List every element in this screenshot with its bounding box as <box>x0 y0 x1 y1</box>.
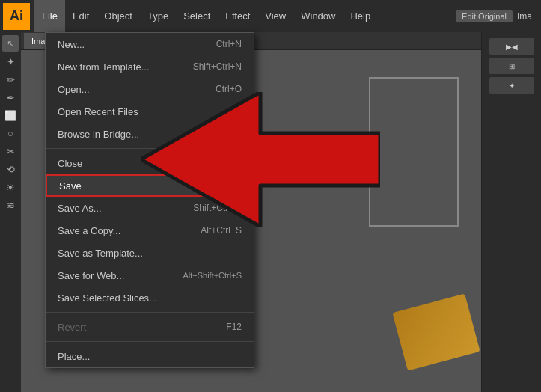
dropdown-label-save-template: Save as Template... <box>58 248 143 259</box>
dropdown-item-save-web[interactable]: Save for Web... Alt+Shift+Ctrl+S <box>46 264 254 287</box>
tool-mesh[interactable]: ≋ <box>2 197 19 213</box>
dropdown-shortcut-save-copy: Alt+Ctrl+S <box>201 225 242 236</box>
dropdown-item-open[interactable]: Open... Ctrl+O <box>46 78 254 100</box>
dropdown-item-open-recent[interactable]: Open Recent Files ▶ <box>46 100 254 123</box>
dropdown-label-browse: Browse in Bridge... <box>58 129 139 140</box>
arrow-icon: ▶ <box>234 106 242 117</box>
menu-window[interactable]: Window <box>293 0 343 32</box>
dropdown-shortcut-save: Ctrl+S <box>215 180 240 191</box>
right-panel: ▶◀ ⊞ ✦ <box>481 32 541 392</box>
dropdown-item-revert[interactable]: Revert F12 <box>46 316 254 338</box>
menu-select[interactable]: Select <box>176 0 218 32</box>
dropdown-shortcut-new: Ctrl+N <box>216 39 242 49</box>
right-panel-btn-1[interactable]: ▶◀ <box>489 38 534 55</box>
dropdown-label-save-copy: Save a Copy... <box>58 225 120 236</box>
dropdown-shortcut-revert: F12 <box>226 322 242 332</box>
menu-view[interactable]: View <box>257 0 293 32</box>
dropdown-shortcut-close: Ctrl+W <box>214 158 242 168</box>
dropdown-item-save-slices[interactable]: Save Selected Slices... <box>46 287 254 309</box>
dropdown-label-save-web: Save for Web... <box>58 270 124 281</box>
dropdown-label-new-template: New from Template... <box>58 61 150 73</box>
menu-effect[interactable]: Effect <box>218 0 257 32</box>
menu-file[interactable]: File <box>34 0 65 32</box>
left-toolbar: ↖ ✦ ✏ ✒ ⬜ ○ ✂ ⟲ ☀ ≋ <box>0 32 21 392</box>
ima-label: Ima <box>517 11 532 22</box>
menu-type[interactable]: Type <box>140 0 176 32</box>
tool-pencil[interactable]: ✒ <box>2 89 19 105</box>
dropdown-label-open: Open... <box>58 84 90 95</box>
dropdown-item-new[interactable]: New... Ctrl+N <box>46 33 254 55</box>
dropdown-label-save-slices: Save Selected Slices... <box>58 293 157 304</box>
divider-2 <box>46 312 254 313</box>
menu-bar: Ai File Edit Object Type Select Effect V… <box>0 0 541 32</box>
deco-element <box>392 293 480 370</box>
tool-rect[interactable]: ⬜ <box>2 107 19 123</box>
dropdown-item-new-template[interactable]: New from Template... Shift+Ctrl+N <box>46 55 254 78</box>
tool-direct[interactable]: ✦ <box>2 53 19 70</box>
dropdown-item-save-template[interactable]: Save as Template... <box>46 242 254 264</box>
menu-edit[interactable]: Edit <box>65 0 97 32</box>
dropdown-item-place[interactable]: Place... <box>46 345 254 367</box>
menu-object[interactable]: Object <box>97 0 140 32</box>
dropdown-item-save-as[interactable]: Save As... Shift+Ctrl+S <box>46 197 254 219</box>
edit-original-btn[interactable]: Edit Original <box>456 10 513 22</box>
tool-scissors[interactable]: ✂ <box>2 143 19 159</box>
dropdown-shortcut-browse: Alt+Ctrl+O <box>200 129 242 139</box>
tool-blend[interactable]: ☀ <box>2 179 19 195</box>
divider-3 <box>46 341 254 342</box>
dropdown-label-revert: Revert <box>58 322 86 333</box>
app-logo: Ai <box>3 3 30 30</box>
tool-ellipse[interactable]: ○ <box>2 125 19 141</box>
dropdown-label-place: Place... <box>58 351 90 362</box>
dropdown-label-open-recent: Open Recent Files <box>58 106 138 117</box>
dropdown-shortcut-save-web: Alt+Shift+Ctrl+S <box>183 271 242 280</box>
tool-rotate[interactable]: ⟲ <box>2 161 19 177</box>
right-panel-btn-3[interactable]: ✦ <box>489 77 534 94</box>
dropdown-shortcut-save-as: Shift+Ctrl+S <box>193 203 242 213</box>
dropdown-item-browse[interactable]: Browse in Bridge... Alt+Ctrl+O <box>46 123 254 145</box>
tool-select[interactable]: ↖ <box>2 35 19 52</box>
dropdown-label-save: Save <box>59 180 82 192</box>
artboard-outline <box>369 77 459 227</box>
dropdown-label-save-as: Save As... <box>58 203 102 214</box>
dropdown-item-save[interactable]: Save Ctrl+S <box>46 174 254 197</box>
file-dropdown: New... Ctrl+N New from Template... Shift… <box>45 32 254 368</box>
dropdown-item-close[interactable]: Close Ctrl+W <box>46 152 254 174</box>
dropdown-shortcut-open: Ctrl+O <box>216 84 242 94</box>
divider-1 <box>46 148 254 149</box>
dropdown-shortcut-new-template: Shift+Ctrl+N <box>193 61 242 72</box>
dropdown-label-close: Close <box>58 158 82 169</box>
menu-help[interactable]: Help <box>343 0 378 32</box>
dropdown-label-new: New... <box>58 39 85 50</box>
dropdown-item-save-copy[interactable]: Save a Copy... Alt+Ctrl+S <box>46 219 254 242</box>
tool-pen[interactable]: ✏ <box>2 71 19 88</box>
right-panel-btn-2[interactable]: ⊞ <box>489 58 534 74</box>
